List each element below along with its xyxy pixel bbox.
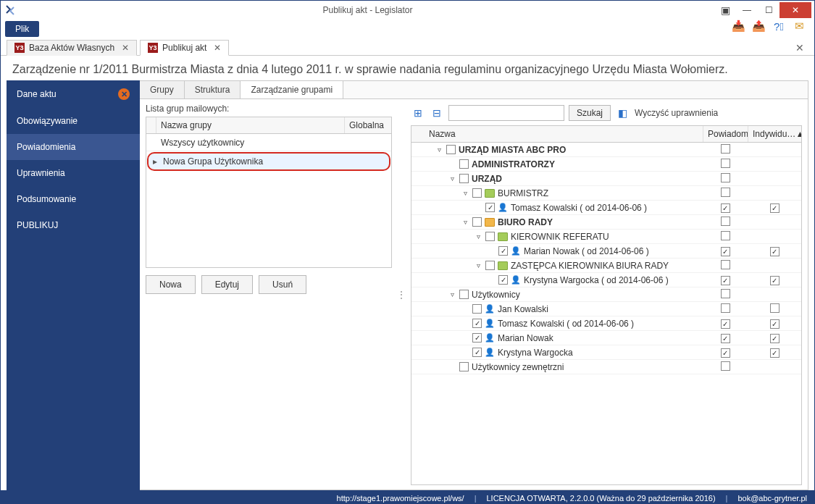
minimize-button[interactable]: — xyxy=(736,2,758,18)
tree-header-name[interactable]: Nazwa xyxy=(425,126,703,142)
tree-row[interactable]: 👤Tomasz Kowalski ( od 2014-06-06 ) xyxy=(411,316,801,331)
sidebar-item-podsumowanie[interactable]: Podsumowanie xyxy=(7,186,140,212)
select-checkbox[interactable] xyxy=(498,275,508,285)
close-icon[interactable]: ✕ xyxy=(122,43,129,53)
select-checkbox[interactable] xyxy=(472,319,482,328)
expand-icon[interactable]: ▿ xyxy=(448,175,456,182)
notify-checkbox[interactable] xyxy=(721,173,730,182)
expand-icon[interactable]: ▿ xyxy=(461,218,469,226)
select-checkbox[interactable] xyxy=(459,159,469,169)
select-checkbox[interactable] xyxy=(485,203,495,212)
select-checkbox[interactable] xyxy=(459,174,469,183)
inbox-icon[interactable]: 📥 xyxy=(732,20,745,33)
notify-checkbox[interactable] xyxy=(721,260,730,269)
menu-file[interactable]: Plik xyxy=(5,21,39,37)
mail-icon[interactable]: ✉ xyxy=(793,20,806,33)
individual-checkbox[interactable] xyxy=(770,276,780,285)
individual-checkbox[interactable] xyxy=(770,247,780,256)
select-checkbox[interactable] xyxy=(472,304,482,314)
select-checkbox[interactable] xyxy=(472,348,482,357)
search-input[interactable] xyxy=(448,105,564,121)
select-checkbox[interactable] xyxy=(485,232,495,241)
tree-row[interactable]: ▿KIEROWNIK REFERATU xyxy=(411,230,801,244)
tree-row[interactable]: 👤Krystyna Wargocka xyxy=(411,345,801,360)
individual-checkbox[interactable] xyxy=(770,348,780,358)
expand-icon[interactable]: ▿ xyxy=(474,232,482,240)
select-checkbox[interactable] xyxy=(459,362,469,371)
splitter-handle[interactable]: ⋮ xyxy=(398,104,405,485)
notify-checkbox[interactable] xyxy=(721,334,730,343)
expand-icon[interactable]: ▿ xyxy=(448,290,456,298)
tree-row[interactable]: ▿BURMISTRZ xyxy=(411,186,801,201)
close-button[interactable]: ✕ xyxy=(780,2,811,18)
notify-checkbox[interactable] xyxy=(721,361,730,371)
search-button[interactable]: Szukaj xyxy=(569,105,611,121)
pin-button[interactable]: ▣ xyxy=(714,2,736,18)
select-checkbox[interactable] xyxy=(472,188,482,198)
notify-checkbox[interactable] xyxy=(721,348,730,358)
tree-row[interactable]: 👤Jan Kowalski xyxy=(411,302,801,316)
eraser-icon[interactable]: ◧ xyxy=(615,107,630,119)
tree-row[interactable]: ADMINISTRATORZY xyxy=(411,157,801,172)
individual-checkbox[interactable] xyxy=(770,203,780,213)
expand-icon[interactable]: ▿ xyxy=(474,261,482,269)
maximize-button[interactable]: ☐ xyxy=(758,2,780,18)
sidebar-item-obowiazywanie[interactable]: Obowiązywanie xyxy=(7,108,140,134)
notify-checkbox[interactable] xyxy=(721,217,730,226)
tree-header-individual[interactable]: Indywidu… ▲ xyxy=(748,126,801,142)
select-checkbox[interactable] xyxy=(446,145,456,154)
notify-checkbox[interactable] xyxy=(721,144,730,154)
group-row[interactable]: ▸Nowa Grupa Użytkownika xyxy=(147,152,390,171)
expand-icon[interactable]: ▿ xyxy=(435,146,443,154)
tree-row[interactable]: 👤Marian Nowak ( od 2014-06-06 ) xyxy=(411,244,801,259)
tree-row[interactable]: ▿URZĄD MIASTA ABC PRO xyxy=(411,143,801,157)
select-checkbox[interactable] xyxy=(498,246,508,256)
notify-checkbox[interactable] xyxy=(721,276,730,285)
tree-row[interactable]: ▿Użytkownicy xyxy=(411,287,801,302)
collapse-all-icon[interactable]: ⊟ xyxy=(430,107,444,119)
tree-row[interactable]: ▿URZĄD xyxy=(411,172,801,186)
doc-tab-baza[interactable]: Y3 Baza Aktów Własnych ✕ xyxy=(7,40,137,56)
close-circle-icon[interactable]: ✕ xyxy=(118,88,130,100)
notify-checkbox[interactable] xyxy=(721,188,730,197)
delete-button[interactable]: Usuń xyxy=(259,275,306,294)
notify-checkbox[interactable] xyxy=(721,203,730,213)
grid-header-global[interactable]: Globalna xyxy=(345,117,391,133)
tree-row[interactable]: 👤Marian Nowak xyxy=(411,331,801,345)
inner-tab-grupy[interactable]: Grupy xyxy=(140,81,185,98)
tree-row[interactable]: 👤Krystyna Wargocka ( od 2014-06-06 ) xyxy=(411,273,801,287)
tree-header-notify[interactable]: Powiadom xyxy=(703,126,748,142)
new-button[interactable]: Nowa xyxy=(146,275,196,294)
sidebar-item-powiadomienia[interactable]: Powiadomienia xyxy=(7,134,140,160)
tree-row[interactable]: ▿BIURO RADY xyxy=(411,215,801,230)
sidebar-item-uprawnienia[interactable]: Uprawnienia xyxy=(7,160,140,186)
notify-checkbox[interactable] xyxy=(721,159,730,168)
close-icon[interactable]: ✕ xyxy=(214,43,221,53)
tree-row[interactable]: ▿ZASTĘPCA KIEROWNIKA BIURA RADY xyxy=(411,259,801,273)
individual-checkbox[interactable] xyxy=(770,334,780,343)
sidebar-item-publikuj[interactable]: PUBLIKUJ xyxy=(7,212,140,238)
tree-row[interactable]: Użytkownicy zewnętrzni xyxy=(411,360,801,374)
edit-button[interactable]: Edytuj xyxy=(201,275,253,294)
expand-all-icon[interactable]: ⊞ xyxy=(411,107,425,119)
group-row[interactable]: Wszyscy użytkownicy xyxy=(146,134,391,151)
notify-checkbox[interactable] xyxy=(721,247,730,256)
inner-tab-struktura[interactable]: Struktura xyxy=(185,81,241,98)
select-checkbox[interactable] xyxy=(459,290,469,299)
select-checkbox[interactable] xyxy=(472,333,482,343)
clear-permissions-label[interactable]: Wyczyść uprawnienia xyxy=(635,108,718,118)
notify-checkbox[interactable] xyxy=(721,319,730,329)
individual-checkbox[interactable] xyxy=(770,303,780,313)
inner-tab-zarzadzanie[interactable]: Zarządzanie grupami xyxy=(241,81,343,98)
grid-header-name[interactable]: Nazwa grupy xyxy=(156,117,345,133)
outbox-icon[interactable]: 📤 xyxy=(752,20,765,33)
individual-checkbox[interactable] xyxy=(770,319,780,329)
close-all-tabs[interactable]: ✕ xyxy=(791,41,808,55)
doc-tab-publikuj[interactable]: Y3 Publikuj akt ✕ xyxy=(140,40,229,56)
help-icon[interactable]: ?⃝ xyxy=(772,20,785,33)
tree-row[interactable]: 👤Tomasz Kowalski ( od 2014-06-06 ) xyxy=(411,201,801,215)
select-checkbox[interactable] xyxy=(472,217,482,227)
sidebar-item-dane-aktu[interactable]: Dane aktu ✕ xyxy=(7,80,140,108)
select-checkbox[interactable] xyxy=(485,261,495,270)
notify-checkbox[interactable] xyxy=(721,231,730,240)
